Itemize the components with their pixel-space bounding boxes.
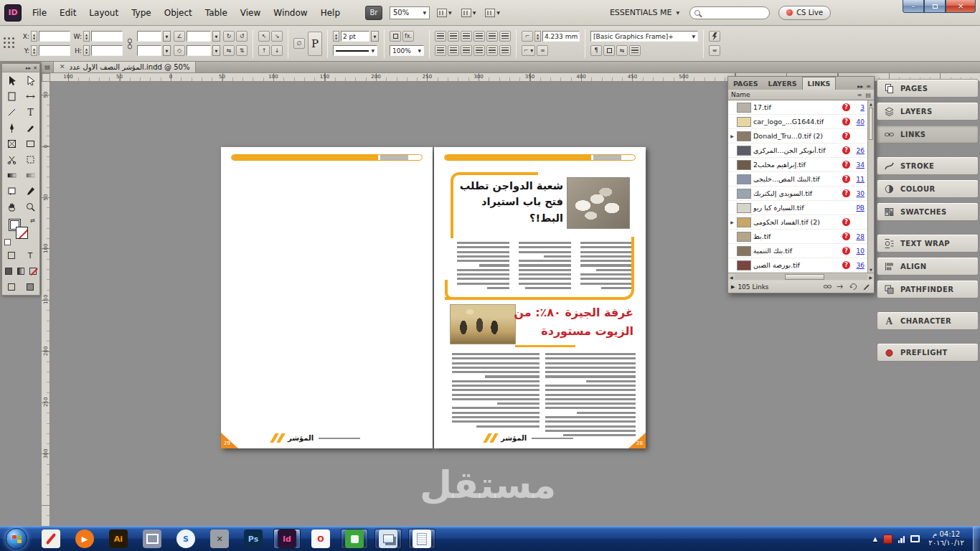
pen-tool[interactable] xyxy=(2,120,21,136)
menu-view[interactable]: View xyxy=(234,6,267,20)
object-style-select[interactable]: [Basic Graphics Frame]+▼ xyxy=(590,31,698,42)
distribute-5-button[interactable] xyxy=(486,45,498,56)
link-row[interactable]: بط.tif?28 xyxy=(728,230,867,244)
missing-link-icon[interactable]: ? xyxy=(842,103,850,111)
restore-button[interactable] xyxy=(924,0,946,13)
dock-button-layers[interactable]: LAYERS xyxy=(877,102,979,121)
fit-content-button[interactable]: ⇆ xyxy=(616,45,628,56)
opacity-select[interactable]: 100%▼ xyxy=(390,45,424,56)
collapse-panel-icon[interactable]: ▸▸ xyxy=(26,65,31,71)
paragraph-direction-button[interactable]: P xyxy=(308,32,322,56)
indesign-taskbar-button[interactable]: Id xyxy=(273,529,301,549)
update-link-icon[interactable] xyxy=(848,282,858,291)
green-app-taskbar-button[interactable] xyxy=(341,529,368,549)
link-row[interactable]: إبراهيم محلب2.tif?34 xyxy=(728,158,867,172)
eyedropper-tool[interactable] xyxy=(21,183,39,199)
control-panel-menu-button[interactable]: ≡ xyxy=(709,45,720,56)
page-column-icon[interactable]: ▤ xyxy=(865,92,871,98)
taskbar-clock[interactable]: 04:12 م ٢٠١٦/١٠/١٢ xyxy=(928,530,964,548)
menu-edit[interactable]: Edit xyxy=(53,6,83,20)
panel-tab-layers[interactable]: LAYERS xyxy=(763,77,802,90)
menu-object[interactable]: Object xyxy=(158,6,199,20)
relink-icon[interactable] xyxy=(822,282,832,291)
link-page-number[interactable]: 26 xyxy=(852,147,864,154)
frame-fitting-button[interactable] xyxy=(629,45,641,56)
link-page-number[interactable]: 40 xyxy=(852,118,864,126)
apply-gradient-button[interactable] xyxy=(14,263,27,279)
link-row[interactable]: بنك التنمية.tif?10 xyxy=(728,244,867,258)
fill-stroke-proxy[interactable]: ⇄ xyxy=(2,215,39,248)
corner-radius-stepper[interactable] xyxy=(534,31,541,42)
scrollbar-thumb[interactable] xyxy=(869,108,873,140)
dock-button-stroke[interactable]: STROKE xyxy=(877,156,979,175)
direct-selection-tool[interactable] xyxy=(21,72,39,88)
scale-y-field[interactable] xyxy=(137,45,161,56)
height-field[interactable] xyxy=(91,45,123,56)
w-stepper[interactable] xyxy=(83,31,90,42)
link-row[interactable]: 17.tif?3 xyxy=(728,100,867,115)
corner-shape-dropdown[interactable]: ⌐ ▾ xyxy=(522,45,535,56)
illustrator-taskbar-button[interactable]: Ai xyxy=(105,529,132,549)
distribute-3-button[interactable] xyxy=(461,45,472,56)
link-row[interactable]: السيارة كيا ريو.tif?PB xyxy=(728,201,867,215)
search-box[interactable] xyxy=(689,6,770,19)
horizontal-scrollbar[interactable]: ◀ ▶ xyxy=(728,273,874,281)
paint-taskbar-button[interactable] xyxy=(37,529,65,549)
rotate-90-ccw-button[interactable]: ↺ xyxy=(236,31,248,42)
x-stepper[interactable] xyxy=(31,31,37,42)
close-icon[interactable]: ✕ xyxy=(33,65,37,71)
select-next-button[interactable]: ↓ xyxy=(271,45,283,56)
dock-button-pathfinder[interactable]: PATHFINDER xyxy=(877,280,979,298)
dock-button-align[interactable]: ALIGN xyxy=(877,257,979,276)
link-row[interactable]: أبوبكر الجن...المركزى.tif?26 xyxy=(728,143,867,158)
notepad-taskbar-button[interactable] xyxy=(408,529,435,549)
collapse-panel-icon[interactable]: ▸▸ xyxy=(857,83,863,90)
dock-button-links[interactable]: LINKS xyxy=(877,125,979,143)
document-tab[interactable]: ✕ المؤشر النصف الاول عدد.indd @ 50% xyxy=(53,61,196,72)
scroll-left-icon[interactable]: ◀ xyxy=(730,275,733,280)
missing-link-icon[interactable]: ? xyxy=(842,161,850,169)
link-page-number[interactable]: 34 xyxy=(852,161,864,169)
antivirus-tray-icon[interactable] xyxy=(883,534,892,544)
selection-tool[interactable] xyxy=(2,72,21,88)
align-left-button[interactable] xyxy=(435,31,446,42)
scale-x-dropdown[interactable] xyxy=(163,31,171,42)
scrollbar-thumb[interactable] xyxy=(785,274,824,280)
link-row[interactable]: البنك المص...خليجى.tif?11 xyxy=(728,172,867,187)
ruler-corner[interactable] xyxy=(42,73,50,82)
utility-taskbar-button[interactable]: ✕ xyxy=(206,529,233,549)
align-right-button[interactable] xyxy=(461,31,472,42)
expand-triangle-icon[interactable]: ▶ xyxy=(730,133,735,138)
normal-view-mode-button[interactable] xyxy=(2,279,21,295)
ducks-photo[interactable] xyxy=(567,177,630,229)
zoom-tool[interactable] xyxy=(21,199,39,215)
y-position-field[interactable] xyxy=(39,45,70,56)
explorer-taskbar-button[interactable] xyxy=(374,529,402,549)
view-options-dropdown[interactable]: ▼ xyxy=(435,7,454,19)
effects-button[interactable]: fx. xyxy=(402,31,414,42)
corner-options-icon[interactable]: ⌐ xyxy=(522,31,533,42)
dock-button-colour[interactable]: COLOUR xyxy=(877,179,979,198)
scroll-right-icon[interactable]: ▶ xyxy=(869,275,872,280)
missing-link-icon[interactable]: ? xyxy=(842,218,850,226)
link-page-number[interactable]: 11 xyxy=(852,176,864,183)
panel-menu-icon[interactable]: ≡ xyxy=(866,83,871,90)
menu-file[interactable]: File xyxy=(26,6,53,20)
rotate-90-cw-button[interactable]: ↻ xyxy=(223,31,235,42)
reference-point-proxy[interactable] xyxy=(4,37,16,50)
stroke-type-select[interactable]: ▼ xyxy=(333,45,377,56)
preview-mode-button[interactable] xyxy=(21,279,39,295)
dock-button-swatches[interactable]: SWATCHES xyxy=(877,202,979,221)
text-wrap-none-button[interactable]: ¶ xyxy=(590,45,602,56)
shear-dropdown[interactable] xyxy=(212,45,220,56)
dock-button-pages[interactable]: PAGES xyxy=(877,79,979,98)
h-stepper[interactable] xyxy=(83,45,90,56)
stroke-weight-field[interactable] xyxy=(341,31,369,42)
menu-help[interactable]: Help xyxy=(314,6,347,20)
rectangle-frame-tool[interactable] xyxy=(2,136,21,151)
text-wrap-bounding-button[interactable] xyxy=(603,45,615,56)
stroke-weight-dropdown[interactable] xyxy=(371,31,379,42)
zoom-level-select[interactable]: 50%▼ xyxy=(390,6,430,19)
pencil-tool[interactable] xyxy=(21,120,39,136)
scale-y-dropdown[interactable] xyxy=(163,45,171,56)
